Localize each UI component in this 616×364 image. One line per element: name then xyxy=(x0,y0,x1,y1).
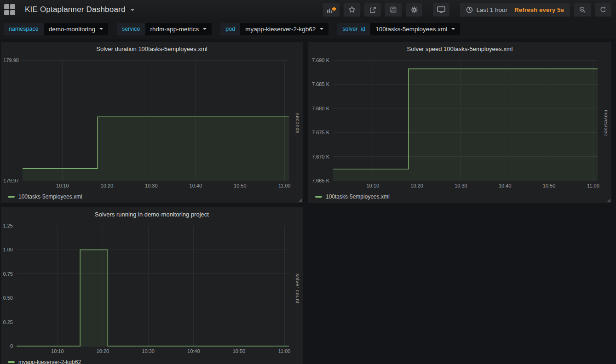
variable-name-label: namespace xyxy=(4,23,44,35)
zoom-out-time-button[interactable] xyxy=(574,3,591,17)
svg-text:10:40: 10:40 xyxy=(190,183,202,188)
panel-solvers-running: Solvers running in demo-monitoring proje… xyxy=(1,207,303,364)
tv-cycle-view-button[interactable] xyxy=(433,3,449,17)
variable-name-label: solver_id xyxy=(337,23,370,35)
svg-text:1.25: 1.25 xyxy=(3,223,13,228)
variable-value-text: rhdm-app-metrics xyxy=(150,26,199,33)
svg-text:0.25: 0.25 xyxy=(3,319,13,325)
variable-name-label: pod xyxy=(220,23,240,35)
time-range-picker[interactable]: Last 1 hour Refresh every 5s xyxy=(460,3,570,17)
time-range-label: Last 1 hour xyxy=(476,6,507,13)
y-axis-unit-label: moves/sec xyxy=(604,56,609,191)
svg-text:10:20: 10:20 xyxy=(410,183,423,188)
share-dashboard-button[interactable] xyxy=(364,3,381,17)
refresh-dashboard-button[interactable] xyxy=(595,3,611,17)
caret-down-icon xyxy=(451,28,455,30)
svg-text:10:10: 10:10 xyxy=(56,183,69,188)
chart-legend: 100tasks-5employees.xml xyxy=(1,191,303,203)
legend-series-label[interactable]: 100tasks-5employees.xml xyxy=(18,193,82,200)
svg-text:10:50: 10:50 xyxy=(234,183,247,188)
grafana-logo-icon[interactable] xyxy=(4,4,15,15)
variable-namespace: namespace demo-monitoring xyxy=(4,23,108,35)
tv-icon xyxy=(437,6,445,13)
dashboard-title-caret-icon[interactable] xyxy=(130,9,135,11)
svg-text:7.665 K: 7.665 K xyxy=(312,178,330,183)
time-series-chart[interactable]: 00.250.500.751.001.2510:1010:2010:3010:4… xyxy=(1,221,303,356)
legend-series-label[interactable]: 100tasks-5employees.xml xyxy=(326,193,390,200)
svg-text:1.00: 1.00 xyxy=(3,247,13,252)
panel-solver-speed: Solver speed 100tasks-5employees.xml 7.6… xyxy=(308,42,611,203)
svg-text:7.670 K: 7.670 K xyxy=(312,154,330,159)
svg-text:10:50: 10:50 xyxy=(233,348,246,354)
panel-resize-handle-icon[interactable] xyxy=(299,199,302,202)
template-variables-row: namespace demo-monitoring service rhdm-a… xyxy=(0,19,616,39)
y-axis-unit-label: seconds xyxy=(295,56,300,191)
variable-value-dropdown[interactable]: demo-monitoring xyxy=(44,23,108,35)
panel-title[interactable]: Solvers running in demo-monitoring proje… xyxy=(1,207,303,221)
chart-legend: myapp-kieserver-2-kgb62 xyxy=(1,356,303,364)
variable-value-text: 100tasks-5employees.xml xyxy=(375,26,447,33)
svg-text:10:40: 10:40 xyxy=(187,348,200,354)
refresh-icon xyxy=(600,6,606,13)
svg-text:179.98: 179.98 xyxy=(3,57,19,63)
svg-text:10:50: 10:50 xyxy=(543,183,556,188)
svg-text:7.685 K: 7.685 K xyxy=(312,81,330,87)
svg-text:10:20: 10:20 xyxy=(97,348,109,354)
dashboard-title[interactable]: KIE Optaplanner Dashboard xyxy=(25,5,126,14)
panel-title[interactable]: Solver duration 100tasks-5employees.xml xyxy=(1,42,303,56)
svg-text:11:00: 11:00 xyxy=(278,348,291,354)
refresh-interval-label: Refresh every 5s xyxy=(514,6,564,13)
variable-value-dropdown[interactable]: 100tasks-5employees.xml xyxy=(370,23,460,35)
svg-text:7.675 K: 7.675 K xyxy=(312,130,330,135)
clock-icon xyxy=(466,6,473,13)
caret-down-icon xyxy=(99,28,103,30)
variable-value-text: myapp-kieserver-2-kgb62 xyxy=(245,26,316,33)
svg-text:7.690 K: 7.690 K xyxy=(312,57,330,63)
share-icon xyxy=(369,6,376,13)
caret-down-icon xyxy=(203,28,207,30)
y-axis-unit-label: solver count xyxy=(295,221,300,356)
svg-text:0.75: 0.75 xyxy=(3,271,13,277)
magnifier-minus-icon xyxy=(579,6,586,13)
panel-title[interactable]: Solver speed 100tasks-5employees.xml xyxy=(308,42,611,56)
legend-series-dash-icon xyxy=(8,196,15,198)
variable-solver-id: solver_id 100tasks-5employees.xml xyxy=(337,23,460,35)
svg-text:11:00: 11:00 xyxy=(278,183,291,188)
svg-text:10:10: 10:10 xyxy=(366,183,379,188)
svg-text:11:00: 11:00 xyxy=(587,183,599,188)
dashboard-settings-button[interactable] xyxy=(406,3,422,17)
variable-value-dropdown[interactable]: rhdm-app-metrics xyxy=(145,23,212,35)
navbar: KIE Optaplanner Dashboard xyxy=(0,0,616,19)
variable-value-text: demo-monitoring xyxy=(49,26,95,33)
chart-legend: 100tasks-5employees.xml xyxy=(308,191,611,203)
variable-pod: pod myapp-kieserver-2-kgb62 xyxy=(220,23,328,35)
svg-text:10:30: 10:30 xyxy=(455,183,467,188)
svg-text:7.680 K: 7.680 K xyxy=(312,106,330,111)
star-icon xyxy=(348,6,356,13)
legend-series-label[interactable]: myapp-kieserver-2-kgb62 xyxy=(18,359,81,364)
svg-text:10:30: 10:30 xyxy=(142,348,155,354)
time-series-chart[interactable]: 7.665 K7.670 K7.675 K7.680 K7.685 K7.690… xyxy=(308,56,611,191)
svg-text:0: 0 xyxy=(10,343,13,349)
variable-value-dropdown[interactable]: myapp-kieserver-2-kgb62 xyxy=(240,23,328,35)
variable-service: service rhdm-app-metrics xyxy=(117,23,212,35)
legend-series-dash-icon xyxy=(315,196,322,198)
time-series-chart[interactable]: 179.97179.9810:1010:2010:3010:4010:5011:… xyxy=(1,56,303,191)
panel-resize-handle-icon[interactable] xyxy=(607,199,610,202)
save-icon xyxy=(390,6,397,13)
svg-text:0.50: 0.50 xyxy=(3,295,13,301)
legend-series-dash-icon xyxy=(8,361,15,363)
svg-text:10:40: 10:40 xyxy=(499,183,512,188)
save-dashboard-button[interactable] xyxy=(385,3,402,17)
svg-text:10:30: 10:30 xyxy=(145,183,158,188)
svg-text:10:10: 10:10 xyxy=(51,348,64,354)
svg-text:179.97: 179.97 xyxy=(3,178,19,183)
panel-solver-duration: Solver duration 100tasks-5employees.xml … xyxy=(1,42,303,203)
variable-name-label: service xyxy=(117,23,145,35)
add-panel-button[interactable] xyxy=(323,3,340,17)
bar-chart-plus-icon xyxy=(327,6,336,13)
star-dashboard-button[interactable] xyxy=(344,3,360,17)
caret-down-icon xyxy=(320,28,323,30)
svg-text:10:20: 10:20 xyxy=(101,183,114,188)
gear-icon xyxy=(411,6,418,13)
